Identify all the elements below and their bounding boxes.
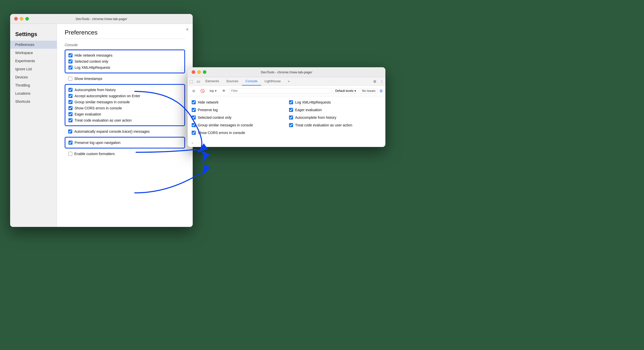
- checkbox-timestamps-label: Show timestamps: [74, 77, 102, 81]
- co-treat-code-label: Treat code evaluation as user action: [295, 123, 352, 127]
- settings-titlebar-title: DevTools - chrome://new-tab-page/: [76, 17, 127, 21]
- sidebar-item-experiments[interactable]: Experiments: [10, 57, 57, 65]
- checkbox-expand-trace-input[interactable]: [68, 129, 72, 134]
- checkbox-accept-autocomplete-label: Accept autocomplete suggestion on Enter: [75, 94, 140, 98]
- settings-icon[interactable]: ⚙: [371, 78, 378, 85]
- sidebar-item-preferences[interactable]: Preferences: [10, 41, 57, 49]
- settings-content: × Preferences Console Hide network messa…: [57, 24, 193, 227]
- sidebar-item-ignore-list[interactable]: Ignore List: [10, 65, 57, 73]
- checkbox-selected-context-input[interactable]: [68, 59, 73, 63]
- checkbox-hide-network-input[interactable]: [68, 53, 73, 57]
- eye-icon[interactable]: 👁: [220, 87, 227, 94]
- more-options-icon[interactable]: ⋮: [378, 78, 385, 85]
- sidebar-item-shortcuts[interactable]: Shortcuts: [10, 97, 57, 106]
- fullscreen-traffic-light[interactable]: [25, 17, 29, 21]
- co-autocomplete[interactable]: Autocomplete from history: [289, 114, 381, 121]
- checkbox-accept-autocomplete-input[interactable]: [68, 94, 73, 98]
- co-hide-network-label: Hide network: [198, 100, 219, 104]
- checkbox-hide-network[interactable]: Hide network messages: [68, 52, 181, 58]
- co-hide-network-input[interactable]: [192, 100, 196, 104]
- checkbox-custom-formatters-input[interactable]: [68, 152, 72, 156]
- checkbox-timestamps[interactable]: Show timestamps: [65, 75, 185, 82]
- checkbox-autocomplete-history-input[interactable]: [68, 88, 73, 92]
- co-treat-code[interactable]: Treat code evaluation as user action: [289, 122, 381, 128]
- co-cors-errors-input[interactable]: [192, 131, 196, 135]
- console-filter-input[interactable]: [229, 88, 332, 94]
- checkbox-group-similar-label: Group similar messages in console: [75, 100, 130, 104]
- minimize-traffic-light[interactable]: [20, 17, 23, 21]
- checkbox-cors-errors[interactable]: Show CORS errors in console: [68, 105, 181, 111]
- devtools-device-icon[interactable]: ▭: [195, 78, 202, 85]
- co-log-xml[interactable]: Log XMLHttpRequests: [289, 99, 381, 105]
- context-selector[interactable]: top ▾: [207, 88, 219, 94]
- checkbox-log-xml-input[interactable]: [68, 65, 73, 70]
- co-hide-network[interactable]: Hide network: [192, 99, 284, 105]
- co-group-similar-input[interactable]: [192, 123, 196, 127]
- checkbox-custom-formatters[interactable]: Enable custom formatters: [65, 151, 185, 157]
- settings-window: DevTools - chrome://new-tab-page/ Settin…: [10, 14, 193, 227]
- tab-console[interactable]: Console: [242, 77, 261, 86]
- checkbox-treat-code[interactable]: Treat code evaluation as user action: [68, 117, 181, 123]
- co-selected-context-label: Selected context only: [198, 115, 231, 120]
- sidebar-item-workspace[interactable]: Workspace: [10, 49, 57, 57]
- close-traffic-light[interactable]: [14, 17, 18, 21]
- checkbox-selected-context[interactable]: Selected context only: [68, 58, 181, 64]
- checkbox-cors-errors-input[interactable]: [68, 106, 73, 110]
- tab-lighthouse[interactable]: Lighthouse: [261, 77, 284, 86]
- checkbox-autocomplete-history[interactable]: Autocomplete from history: [68, 87, 181, 93]
- devtools-window: DevTools - chrome://new-tab-page/ ⬚ ▭ El…: [188, 67, 385, 147]
- checkbox-accept-autocomplete[interactable]: Accept autocomplete suggestion on Enter: [68, 93, 181, 99]
- console-settings-icon[interactable]: ⚙: [379, 89, 383, 93]
- tab-elements[interactable]: Elements: [202, 77, 223, 86]
- levels-label: Default levels: [335, 89, 353, 93]
- checkbox-timestamps-input[interactable]: [68, 77, 72, 81]
- co-log-xml-input[interactable]: [289, 100, 293, 104]
- clear-console-icon[interactable]: ⊘: [190, 87, 197, 94]
- co-preserve-log[interactable]: Preserve log: [192, 107, 284, 113]
- checkbox-group-similar-input[interactable]: [68, 100, 73, 104]
- close-button[interactable]: ×: [186, 27, 189, 32]
- devtools-close-light[interactable]: [192, 70, 195, 74]
- tab-more[interactable]: »: [284, 77, 293, 86]
- checkbox-expand-trace[interactable]: Automatically expand console.trace() mes…: [65, 128, 185, 135]
- console-options-grid: Hide network Log XMLHttpRequests Preserv…: [188, 96, 385, 139]
- co-group-similar[interactable]: Group similar messages in console: [192, 122, 284, 128]
- co-log-xml-label: Log XMLHttpRequests: [295, 100, 331, 104]
- devtools-inspect-icon[interactable]: ⬚: [188, 78, 195, 85]
- co-treat-code-input[interactable]: [289, 123, 293, 127]
- sidebar-item-devices[interactable]: Devices: [10, 73, 57, 81]
- co-autocomplete-input[interactable]: [289, 115, 293, 120]
- devtools-full-light[interactable]: [203, 70, 206, 74]
- co-selected-context-input[interactable]: [192, 115, 196, 120]
- devtools-tabs-row: ⬚ ▭ Elements Sources Console Lighthouse …: [188, 77, 385, 86]
- checkbox-group-similar[interactable]: Group similar messages in console: [68, 99, 181, 105]
- co-eager-eval-input[interactable]: [289, 108, 293, 112]
- devtools-min-light[interactable]: [197, 70, 201, 74]
- checkbox-preserve-log-input[interactable]: [68, 141, 73, 145]
- sidebar-item-throttling[interactable]: Throttling: [10, 81, 57, 89]
- settings-body: Settings Preferences Workspace Experimen…: [10, 24, 193, 227]
- checkbox-eager-eval-input[interactable]: [68, 112, 73, 116]
- no-messages-icon[interactable]: 🚫: [199, 87, 206, 94]
- co-preserve-log-input[interactable]: [192, 108, 196, 112]
- devtools-titlebar: DevTools - chrome://new-tab-page/: [188, 67, 385, 77]
- co-cors-errors[interactable]: Show CORS errors in console: [192, 130, 284, 136]
- traffic-lights: [14, 17, 29, 21]
- co-eager-eval[interactable]: Eager evaluation: [289, 107, 381, 113]
- co-preserve-log-label: Preserve log: [198, 108, 218, 112]
- console-chevron[interactable]: ›: [188, 139, 385, 147]
- checkbox-cors-errors-label: Show CORS errors in console: [75, 106, 122, 110]
- checkbox-eager-eval[interactable]: Eager evaluation: [68, 111, 181, 117]
- checkbox-log-xml[interactable]: Log XMLHttpRequests: [68, 64, 181, 71]
- context-chevron-icon: ▾: [215, 89, 217, 93]
- devtools-titlebar-title: DevTools - chrome://new-tab-page/: [261, 70, 312, 74]
- levels-select[interactable]: Default levels ▾: [333, 88, 358, 94]
- tab-sources[interactable]: Sources: [223, 77, 242, 86]
- devtools-body: ⬚ ▭ Elements Sources Console Lighthouse …: [188, 77, 385, 147]
- checkbox-hide-network-label: Hide network messages: [75, 53, 112, 57]
- co-selected-context[interactable]: Selected context only: [192, 114, 284, 121]
- checkbox-treat-code-input[interactable]: [68, 118, 73, 122]
- no-issues-button[interactable]: No Issues: [360, 88, 378, 94]
- checkbox-preserve-log[interactable]: Preserve log upon navigation: [68, 140, 181, 146]
- sidebar-item-locations[interactable]: Locations: [10, 89, 57, 97]
